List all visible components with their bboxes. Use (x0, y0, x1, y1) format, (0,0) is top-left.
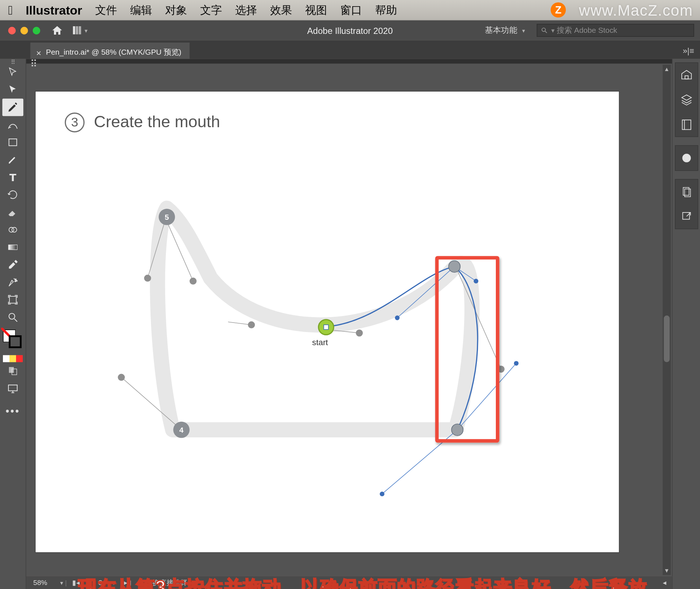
menu-select[interactable]: 选择 (235, 3, 257, 18)
document-tab-label: Pen_intro.ai* @ 58% (CMYK/GPU 预览) (46, 47, 181, 58)
svg-line-4 (545, 31, 547, 33)
document-tab[interactable]: × Pen_intro.ai* @ 58% (CMYK/GPU 预览) (30, 43, 190, 59)
apple-menu-icon[interactable]:  (8, 4, 13, 16)
point-badge-5: 5 (159, 209, 175, 225)
svg-rect-12 (9, 296, 16, 303)
svg-rect-5 (9, 139, 17, 146)
home-icon[interactable] (51, 24, 63, 36)
start-label: start (312, 338, 328, 347)
menu-edit[interactable]: 编辑 (130, 3, 152, 18)
toolbar: ⠿ ••• (0, 59, 26, 589)
svg-point-13 (9, 313, 15, 319)
tabbar-overflow-icon[interactable]: »|≡ (683, 46, 694, 55)
layers-panel-icon[interactable] (674, 87, 698, 112)
tutorial-narration: 现在从第3点按住并拖动，以确保前面的路径看起来良好，然后释放 (26, 575, 700, 589)
svg-rect-23 (682, 212, 689, 219)
svg-line-26 (228, 322, 252, 325)
svg-rect-19 (682, 120, 691, 129)
svg-point-35 (190, 278, 197, 285)
adobe-stock-search[interactable]: ▾ 搜索 Adobe Stock (537, 24, 694, 37)
selection-tool[interactable] (2, 63, 23, 81)
red-callout-box (435, 256, 499, 442)
workspace-label: 基本功能 (485, 25, 518, 36)
svg-point-39 (118, 374, 125, 381)
scroll-down-icon[interactable]: ▼ (664, 567, 670, 574)
rotate-tool[interactable] (2, 186, 23, 203)
app-menu[interactable]: Illustrator (26, 3, 82, 17)
svg-line-14 (14, 319, 17, 321)
draw-mode-icon[interactable] (2, 362, 23, 380)
watermark-badge: Z (551, 2, 566, 17)
app-titlebar: ▾ Adobe Illustrator 2020 基本功能 ▾ ▾ 搜索 Ado… (0, 20, 700, 40)
scroll-up-icon[interactable]: ▲ (664, 66, 670, 73)
document-tabbar: × Pen_intro.ai* @ 58% (CMYK/GPU 预览) »|≡ (0, 40, 700, 59)
symbol-sprayer-tool[interactable] (2, 273, 23, 291)
window-close-button[interactable] (8, 27, 16, 34)
start-anchor[interactable] (319, 320, 334, 335)
libraries-panel-icon[interactable] (674, 112, 698, 136)
svg-rect-0 (73, 26, 75, 34)
vertical-scrollbar[interactable]: ▲ ▼ (663, 65, 671, 575)
close-tab-icon[interactable]: × (36, 47, 41, 57)
menu-file[interactable]: 文件 (95, 3, 117, 18)
fill-stroke-swatches[interactable] (3, 329, 23, 353)
chevron-down-icon: ▾ (85, 27, 88, 34)
svg-rect-18 (685, 76, 688, 79)
template-stroke (158, 208, 472, 430)
svg-point-3 (542, 28, 545, 32)
svg-point-41 (395, 316, 400, 320)
svg-point-43 (380, 492, 385, 496)
svg-point-11 (15, 281, 16, 282)
canvas-viewport[interactable]: 3 Create the mouth (26, 59, 672, 576)
gradient-tool[interactable] (2, 238, 23, 256)
export-panel-icon[interactable] (674, 204, 698, 229)
pen-tool[interactable] (2, 98, 23, 116)
app-title: Adobe Illustrator 2020 (307, 26, 393, 35)
menu-type[interactable]: 文字 (200, 3, 222, 18)
control-bar: ⠿ (26, 59, 672, 64)
svg-point-36 (248, 321, 255, 328)
direct-selection-tool[interactable] (2, 81, 23, 98)
zoom-tool[interactable] (2, 308, 23, 326)
scrollbar-thumb[interactable] (664, 316, 670, 362)
control-bar-grip-icon: ⠿ (30, 58, 37, 69)
search-placeholder: 搜索 Adobe Stock (557, 25, 617, 36)
menu-view[interactable]: 视图 (305, 3, 327, 18)
edit-toolbar-button[interactable]: ••• (5, 405, 20, 418)
window-zoom-button[interactable] (33, 27, 40, 34)
svg-point-20 (682, 154, 691, 162)
menu-effect[interactable]: 效果 (270, 3, 292, 18)
svg-point-42 (514, 361, 519, 366)
chevron-down-icon: ▾ (522, 27, 525, 34)
drawing-layer[interactable]: 5 4 (36, 91, 619, 552)
workspace-switcher[interactable]: 基本功能 ▾ (485, 25, 525, 36)
artboard-tool[interactable] (2, 291, 23, 308)
stroke-color-swatch[interactable] (9, 335, 22, 348)
toolbar-grip-icon: ⠿ (11, 59, 15, 64)
eraser-tool[interactable] (2, 203, 23, 221)
svg-rect-15 (9, 367, 14, 373)
color-mode-swatches[interactable] (3, 355, 23, 362)
shape-builder-tool[interactable] (2, 221, 23, 238)
rectangle-tool[interactable] (2, 133, 23, 151)
curvature-tool[interactable] (2, 116, 23, 133)
point-badge-4: 4 (173, 422, 190, 438)
macos-menubar:  Illustrator 文件 编辑 对象 文字 选择 效果 视图 窗口 帮助… (0, 0, 700, 20)
arrange-documents-button[interactable]: ▾ (73, 26, 87, 34)
asset-export-panel-icon[interactable] (674, 180, 698, 204)
menu-help[interactable]: 帮助 (375, 3, 397, 18)
watermark-text: www.MacZ.com (579, 2, 693, 20)
svg-rect-45 (324, 325, 328, 329)
type-tool[interactable] (2, 168, 23, 186)
svg-text:5: 5 (165, 213, 169, 221)
properties-panel-icon[interactable] (674, 63, 698, 87)
traffic-lights (0, 27, 40, 34)
menu-window[interactable]: 窗口 (340, 3, 362, 18)
appearance-panel-icon[interactable] (674, 146, 698, 170)
paintbrush-tool[interactable] (2, 151, 23, 168)
eyedropper-tool[interactable] (2, 256, 23, 273)
screen-mode-icon[interactable] (2, 380, 23, 397)
menu-object[interactable]: 对象 (165, 3, 187, 18)
window-minimize-button[interactable] (20, 27, 28, 34)
artboard[interactable]: 3 Create the mouth (36, 91, 619, 552)
